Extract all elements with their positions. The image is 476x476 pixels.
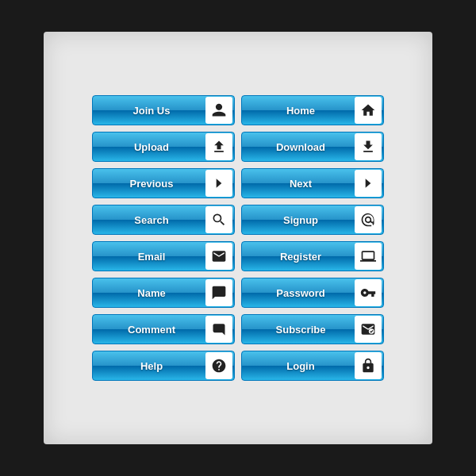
search-icon	[205, 206, 232, 233]
key-icon	[355, 279, 382, 306]
laptop-icon	[355, 243, 382, 270]
register-button[interactable]: Register	[241, 241, 384, 271]
name-button[interactable]: Name	[92, 278, 235, 308]
password-button[interactable]: Password	[241, 278, 384, 308]
home-button[interactable]: Home	[241, 95, 384, 125]
next-button[interactable]: Next	[241, 168, 384, 198]
home-icon	[355, 97, 382, 124]
email-label: Email	[93, 251, 204, 263]
signup-button[interactable]: Signup	[241, 205, 384, 235]
comment-icon	[205, 316, 232, 343]
upload-button[interactable]: Upload	[92, 132, 235, 162]
join-us-button[interactable]: Join Us	[92, 95, 235, 125]
previous-button[interactable]: Previous	[92, 168, 235, 198]
download-button[interactable]: Download	[241, 132, 384, 162]
comment-label: Comment	[93, 324, 204, 336]
password-label: Password	[242, 287, 353, 299]
next-label: Next	[242, 178, 353, 190]
login-label: Login	[242, 360, 353, 372]
join-us-label: Join Us	[93, 105, 204, 117]
chat-icon	[205, 279, 232, 306]
person-icon	[205, 97, 232, 124]
subscribe-label: Subscribe	[242, 324, 353, 336]
signup-label: Signup	[242, 214, 353, 226]
email-button[interactable]: Email	[92, 241, 235, 271]
lock-icon	[355, 352, 382, 379]
chevron-right-icon	[355, 170, 382, 197]
name-label: Name	[93, 287, 204, 299]
email-icon	[205, 243, 232, 270]
help-label: Help	[93, 360, 204, 372]
card: Join UsHomeUploadDownloadPreviousNextSea…	[44, 32, 432, 444]
subscribe-icon	[355, 316, 382, 343]
download-icon	[355, 133, 382, 160]
search-label: Search	[93, 214, 204, 226]
register-label: Register	[242, 251, 353, 263]
chevron-right-icon	[205, 170, 232, 197]
subscribe-button[interactable]: Subscribe	[241, 314, 384, 344]
button-grid: Join UsHomeUploadDownloadPreviousNextSea…	[76, 79, 400, 397]
previous-label: Previous	[93, 178, 204, 190]
search-button[interactable]: Search	[92, 205, 235, 235]
login-button[interactable]: Login	[241, 351, 384, 381]
home-label: Home	[242, 105, 353, 117]
at-icon	[355, 206, 382, 233]
upload-icon	[205, 133, 232, 160]
upload-label: Upload	[93, 141, 204, 153]
comment-button[interactable]: Comment	[92, 314, 235, 344]
download-label: Download	[242, 141, 353, 153]
help-icon	[205, 352, 232, 379]
help-button[interactable]: Help	[92, 351, 235, 381]
